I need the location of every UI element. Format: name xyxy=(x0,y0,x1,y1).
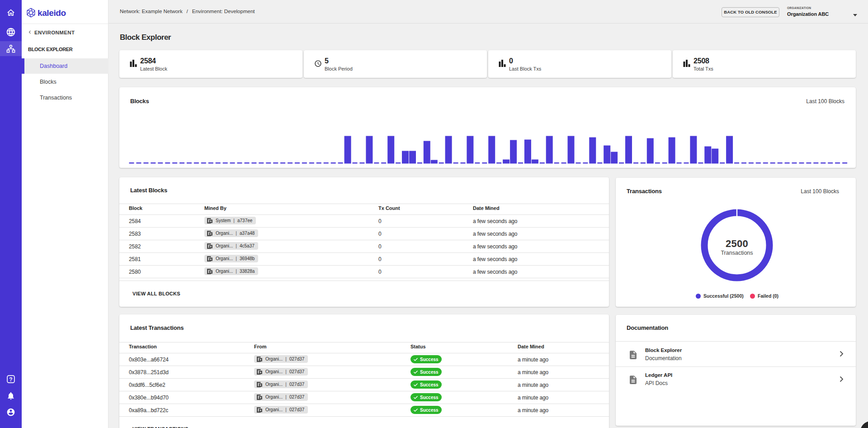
svg-text:?: ? xyxy=(9,376,12,383)
